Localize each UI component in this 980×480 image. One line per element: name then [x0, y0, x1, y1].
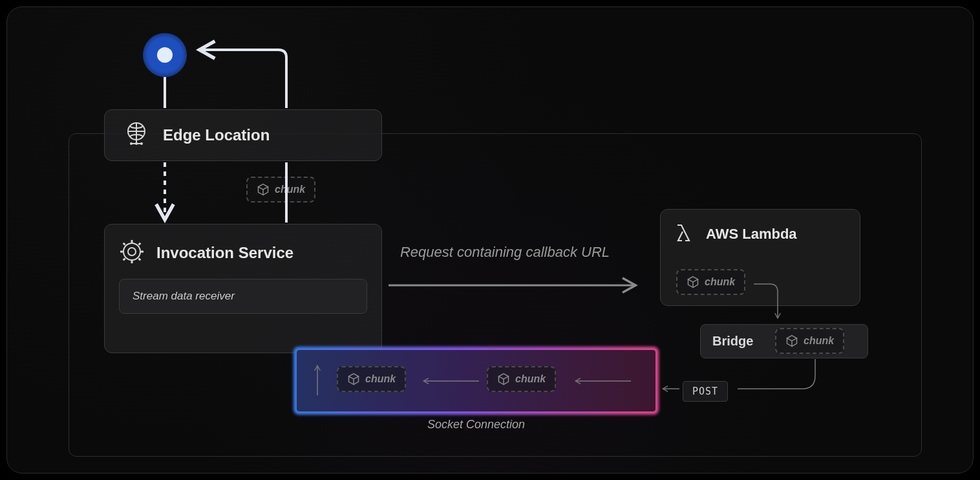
socket-label: Socket Connection: [297, 418, 655, 431]
invocation-service-node: Invocation Service Stream data receiver: [104, 224, 382, 353]
cube-icon: [347, 373, 360, 386]
svg-point-4: [128, 248, 136, 256]
stream-receiver-box: Stream data receiver: [119, 279, 367, 314]
aws-lambda-label: AWS Lambda: [706, 226, 797, 243]
svg-point-5: [123, 243, 140, 260]
chunk-label: chunk: [365, 373, 396, 385]
bridge-label: Bridge: [712, 334, 753, 349]
gear-icon: [119, 239, 145, 267]
chunk-item: chunk: [337, 366, 406, 392]
chunk-label: chunk: [275, 184, 305, 195]
edge-location-label: Edge Location: [163, 126, 270, 144]
globe-icon: [123, 120, 150, 150]
origin-dot-icon: [157, 47, 173, 63]
chunk-label: chunk: [515, 373, 546, 385]
post-label: POST: [692, 386, 718, 397]
lambda-icon: [672, 221, 696, 247]
request-label: Request containing callback URL: [395, 243, 615, 262]
chunk-label: chunk: [705, 276, 735, 288]
chunk-item: chunk: [775, 328, 844, 354]
invocation-service-label: Invocation Service: [156, 244, 293, 262]
cube-icon: [257, 183, 270, 196]
cube-icon: [497, 373, 510, 386]
edge-location-node: Edge Location: [104, 109, 382, 161]
diagram-canvas: Edge Location chunk Invocation Service S…: [6, 6, 974, 474]
chunk-item: chunk: [676, 269, 745, 295]
cube-icon: [687, 276, 699, 289]
cube-icon: [785, 334, 798, 347]
origin-endpoint: [143, 33, 187, 77]
chunk-item: chunk: [487, 366, 556, 392]
stream-receiver-label: Stream data receiver: [133, 290, 235, 302]
chunk-label: chunk: [804, 335, 834, 347]
chunk-item: chunk: [246, 177, 315, 202]
post-badge: POST: [683, 381, 728, 402]
